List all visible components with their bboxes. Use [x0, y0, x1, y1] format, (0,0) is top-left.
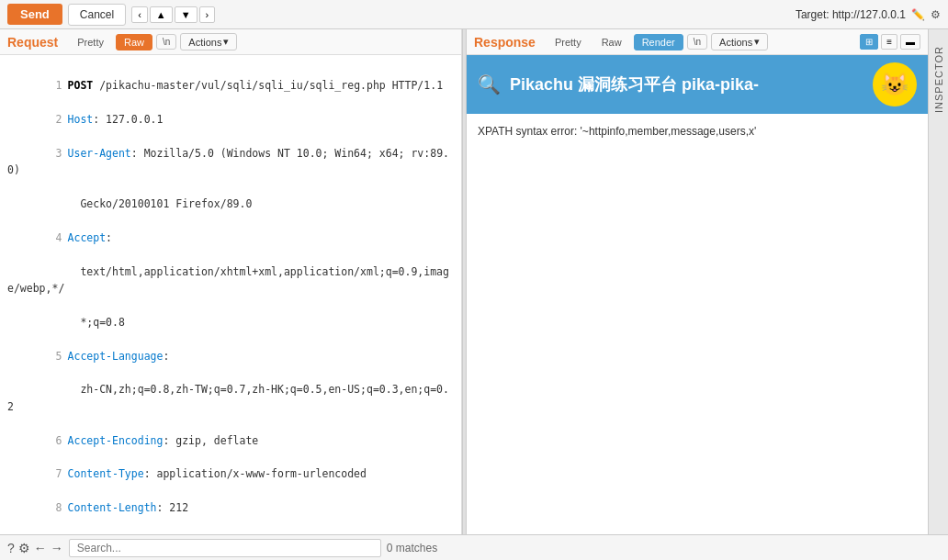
response-tab-render[interactable]: Render [634, 34, 683, 50]
inspector-sidebar: INSPECTOR [928, 29, 948, 534]
view-single-button[interactable]: ▬ [900, 34, 920, 50]
chevron-down-icon: ▾ [223, 36, 229, 48]
nav-down-button[interactable]: ▼ [175, 6, 198, 23]
response-panel: Response Pretty Raw Render \n Actions ▾ … [467, 29, 928, 534]
response-tab-newline[interactable]: \n [687, 34, 707, 50]
pikachu-title: Pikachu 漏洞练习平台 pika-pika- [510, 73, 759, 95]
settings-bottom-icon[interactable]: ⚙ [18, 541, 30, 555]
request-tab-pretty[interactable]: Pretty [69, 34, 112, 50]
view-split-button[interactable]: ⊞ [860, 34, 878, 50]
inspector-label: INSPECTOR [933, 46, 944, 113]
view-horiz-button[interactable]: ≡ [881, 34, 897, 50]
bottom-bar: ? ⚙ ← → 0 matches [0, 534, 948, 560]
request-panel: Request Pretty Raw \n Actions ▾ 1POST /p… [0, 29, 462, 534]
request-title: Request [7, 35, 58, 50]
response-title: Response [474, 35, 536, 50]
response-content: 🔍 Pikachu 漏洞练习平台 pika-pika- 😺 XPATH synt… [467, 55, 928, 534]
bottom-icons: ? ⚙ ← → [7, 541, 63, 555]
nav-back-button[interactable]: ‹ [131, 6, 148, 23]
view-icons: ⊞ ≡ ▬ [860, 34, 920, 50]
response-panel-header: Response Pretty Raw Render \n Actions ▾ … [467, 29, 928, 55]
request-tab-raw[interactable]: Raw [116, 34, 152, 50]
search-input[interactable] [69, 539, 381, 557]
search-icon: 🔍 [478, 73, 501, 95]
send-button[interactable]: Send [7, 4, 62, 25]
request-content[interactable]: 1POST /pikachu-master/vul/sqli/sqli_iu/s… [0, 55, 461, 534]
request-actions-button[interactable]: Actions ▾ [180, 33, 237, 50]
target-label: Target: http://127.0.0.1 [796, 8, 906, 21]
matches-label: 0 matches [387, 542, 437, 554]
response-tab-pretty[interactable]: Pretty [547, 34, 590, 50]
help-icon[interactable]: ? [7, 541, 15, 555]
nav-forward-button[interactable]: › [199, 6, 216, 23]
top-bar: Send Cancel ‹ ▲ ▼ › Target: http://127.0… [0, 0, 948, 29]
pikachu-avatar: 😺 [873, 62, 917, 106]
back-icon[interactable]: ← [34, 541, 47, 555]
nav-arrows: ‹ ▲ ▼ › [131, 6, 215, 23]
request-tab-newline[interactable]: \n [156, 34, 176, 50]
target-info: Target: http://127.0.0.1 ✏️ ⚙ [796, 8, 941, 21]
request-panel-header: Request Pretty Raw \n Actions ▾ [0, 29, 461, 55]
chevron-down-icon: ▾ [754, 36, 760, 48]
edit-icon[interactable]: ✏️ [911, 8, 925, 21]
cancel-button[interactable]: Cancel [68, 4, 126, 26]
xpath-error-text: XPATH syntax error: '~httpinfo,member,me… [467, 114, 928, 149]
pikachu-header: 🔍 Pikachu 漏洞练习平台 pika-pika- 😺 [467, 55, 928, 114]
forward-icon[interactable]: → [51, 541, 63, 555]
nav-up-button[interactable]: ▲ [150, 6, 173, 23]
response-actions-button[interactable]: Actions ▾ [711, 33, 768, 50]
main-content: Request Pretty Raw \n Actions ▾ 1POST /p… [0, 29, 948, 534]
settings-icon[interactable]: ⚙ [931, 8, 941, 21]
response-tab-raw[interactable]: Raw [593, 34, 630, 50]
